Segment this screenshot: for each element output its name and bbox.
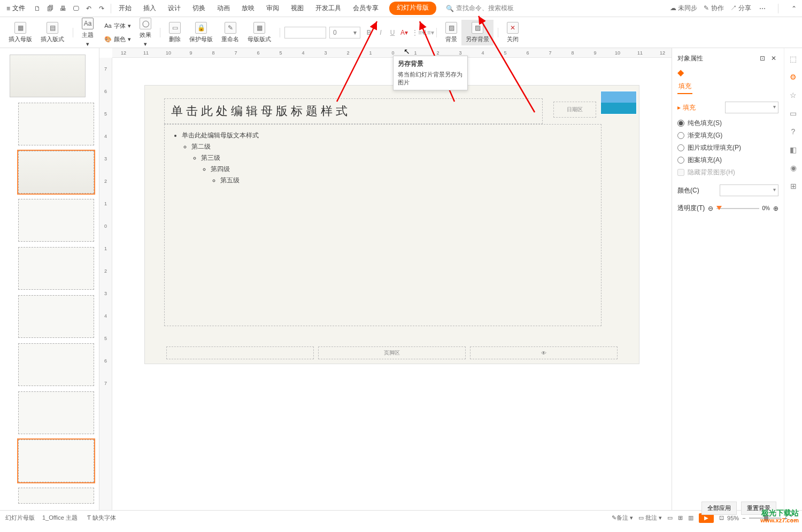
tab-view[interactable]: 视图 (290, 2, 305, 15)
slide-master[interactable]: 单击此处编辑母版标题样式 日期区 单击此处编辑母版文本样式 第二级 第三级 第四… (145, 86, 639, 364)
layout-thumb-8[interactable] (18, 440, 94, 482)
background-button[interactable]: ▨背景 (441, 20, 461, 45)
fill-section-title[interactable]: ▸ 填充 (677, 102, 778, 113)
print-icon[interactable]: 🖶 (58, 4, 68, 13)
command-search[interactable]: 🔍 查找命令、搜索模板 (446, 4, 514, 13)
minus-icon[interactable]: ⊖ (708, 205, 713, 212)
redo-icon[interactable]: ↷ (97, 4, 106, 13)
footer-left[interactable] (166, 346, 314, 359)
font-family-select[interactable] (284, 27, 326, 38)
strip-present-icon[interactable]: ▭ (788, 108, 799, 119)
tab-slide-master[interactable]: 幻灯片母版 (389, 2, 436, 15)
layout-thumb-3[interactable] (18, 199, 94, 242)
font-button[interactable]: Aa 字体▾ (100, 20, 135, 32)
fill-gradient-radio[interactable]: 渐变填充(G) (677, 131, 778, 140)
undo-icon[interactable]: ↶ (84, 4, 94, 13)
theme-button[interactable]: Aa主题▾ (78, 16, 98, 50)
file-menu[interactable]: ≡ 文件 (3, 3, 28, 14)
master-thumb-1[interactable] (10, 55, 86, 97)
image-placeholder[interactable] (600, 91, 637, 114)
sync-status[interactable]: ☁ 未同步 (670, 4, 697, 13)
protect-master-button[interactable]: 🔒保护母版 (185, 20, 217, 45)
zoom-out-icon[interactable]: − (742, 515, 745, 521)
view-normal-icon[interactable]: ▭ (667, 514, 673, 521)
strip-star-icon[interactable]: ☆ (788, 90, 799, 101)
strip-settings-icon[interactable]: ⚙ (788, 72, 799, 82)
panel-tab-fill[interactable]: 填充 (677, 80, 692, 94)
tab-member[interactable]: 会员专享 (352, 2, 380, 15)
tab-devtools[interactable]: 开发工具 (314, 2, 342, 15)
title-placeholder[interactable]: 单击此处编辑母版标题样式 (164, 98, 543, 124)
pin-icon[interactable]: ⊡ (758, 53, 767, 63)
tab-transition[interactable]: 切换 (191, 2, 206, 15)
slider-handle[interactable] (716, 206, 722, 210)
view-sorter-icon[interactable]: ⊞ (678, 514, 683, 521)
insert-master-button[interactable]: ▦插入母版 (4, 20, 36, 45)
fill-solid-radio[interactable]: 纯色填充(S) (677, 119, 778, 128)
footer-right[interactable]: 👁 (470, 346, 618, 359)
layout-thumb-9[interactable] (18, 488, 94, 504)
body-placeholder[interactable]: 单击此处编辑母版文本样式 第二级 第三级 第四级 第五级 (164, 124, 602, 326)
tab-start[interactable]: 开始 (118, 2, 133, 15)
saveas-icon[interactable]: 🗐 (45, 4, 55, 13)
tab-slideshow[interactable]: 放映 (241, 2, 256, 15)
fill-preset-select[interactable] (725, 102, 778, 113)
share-button[interactable]: ↗ 分享 (730, 4, 751, 13)
collapse-ribbon-icon[interactable]: ⌃ (789, 4, 799, 13)
more-icon[interactable]: ⋯ (758, 4, 767, 13)
layout-thumb-5[interactable] (18, 295, 94, 338)
rename-button[interactable]: ✎重命名 (217, 20, 243, 45)
save-icon[interactable]: 🗋 (33, 4, 42, 13)
fill-icon[interactable]: ◆ (677, 67, 778, 78)
font-color-button[interactable]: A▾ (400, 29, 408, 36)
font-size-select[interactable]: 0▾ (329, 27, 360, 38)
strip-help-icon[interactable]: ? (788, 126, 799, 137)
strip-tool2-icon[interactable]: ◉ (788, 163, 799, 173)
zoom-value[interactable]: 95% (727, 515, 739, 521)
collab-button[interactable]: ✎ 协作 (704, 4, 723, 13)
footer-center[interactable]: 页脚区 (318, 346, 466, 359)
layout-thumb-1[interactable] (18, 103, 94, 145)
effect-button[interactable]: ◯效果▾ (135, 16, 156, 50)
opacity-slider[interactable]: ⊖ 0% ⊕ (708, 205, 778, 212)
date-placeholder[interactable]: 日期区 (553, 102, 596, 118)
slide-thumbnails[interactable] (0, 48, 99, 510)
save-background-button[interactable]: ▨另存背景 (461, 20, 493, 45)
layout-thumb-4[interactable] (18, 247, 94, 290)
underline-button[interactable]: U (388, 29, 397, 36)
strip-tool3-icon[interactable]: ⊞ (788, 181, 799, 191)
tab-animation[interactable]: 动画 (216, 2, 231, 15)
slider-track[interactable] (716, 208, 759, 209)
sb-master-view[interactable]: 幻灯片母版 (5, 514, 35, 522)
italic-button[interactable]: I (376, 29, 385, 36)
color-button[interactable]: 🎨 颜色▾ (100, 33, 135, 45)
apply-all-button[interactable]: 全部应用 (701, 502, 737, 515)
view-reading-icon[interactable]: ▥ (688, 514, 693, 521)
insert-layout-button[interactable]: ▤插入版式 (36, 20, 68, 45)
tab-insert[interactable]: 插入 (142, 2, 157, 15)
layout-thumb-7[interactable] (18, 391, 94, 434)
tab-review[interactable]: 审阅 (265, 2, 280, 15)
fill-texture-radio[interactable]: 图片或纹理填充(P) (677, 143, 778, 152)
numbering-button[interactable]: 1≡▾ (423, 29, 432, 36)
tab-design[interactable]: 设计 (167, 2, 182, 15)
color-picker[interactable] (720, 184, 778, 196)
strip-tool1-icon[interactable]: ◧ (788, 144, 799, 155)
sb-missing-font[interactable]: Ƭ 缺失字体 (87, 514, 116, 522)
strip-select-icon[interactable]: ⬚ (788, 53, 799, 64)
plus-icon[interactable]: ⊕ (773, 205, 778, 212)
bullets-button[interactable]: ⋮≡▾ (412, 29, 420, 36)
bold-button[interactable]: B (365, 29, 373, 36)
close-panel-icon[interactable]: ✕ (769, 53, 778, 63)
layout-thumb-2-selected[interactable] (18, 151, 94, 194)
preview-icon[interactable]: 🖵 (71, 4, 81, 13)
delete-button[interactable]: ▭删除 (165, 20, 185, 45)
fill-pattern-radio[interactable]: 图案填充(A) (677, 156, 778, 165)
slide-viewport[interactable]: 单击此处编辑母版标题样式 日期区 单击此处编辑母版文本样式 第二级 第三级 第四… (112, 58, 672, 510)
sb-theme[interactable]: 1_Office 主题 (42, 514, 78, 522)
close-master-button[interactable]: ✕关闭 (503, 20, 523, 45)
fit-icon[interactable]: ⊡ (719, 514, 724, 521)
sb-notes[interactable]: 备注 ▾ (612, 514, 633, 522)
layout-thumb-6[interactable] (18, 343, 94, 386)
sb-comments[interactable]: ▭ 批注 ▾ (638, 514, 662, 522)
